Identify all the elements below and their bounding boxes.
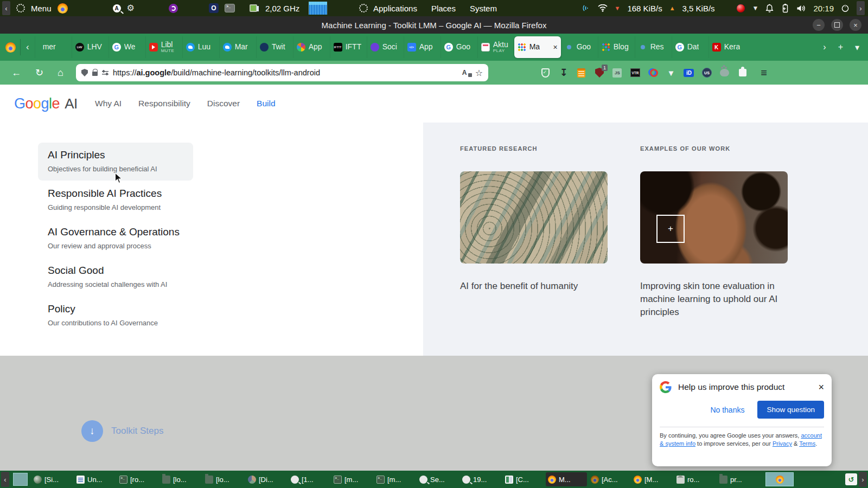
tab-close-icon[interactable]: × (553, 43, 557, 52)
taskbar-window-button[interactable]: [1... (289, 472, 330, 486)
ublock-extension-icon[interactable]: 1 (594, 67, 605, 78)
taskbar-window-button[interactable]: pr... (717, 472, 758, 486)
taskbar-window-button[interactable]: [Di... (246, 472, 287, 486)
mega-menu-item[interactable]: Social Good Addressing societal challeng… (38, 258, 193, 296)
taskbar-window-button[interactable]: M... (546, 472, 587, 486)
notes-extension-icon[interactable] (577, 68, 585, 78)
taskbar-window-button[interactable]: [m... (374, 472, 416, 486)
show-question-button[interactable]: Show question (757, 401, 824, 419)
firefox-menu-icon[interactable] (5, 42, 16, 53)
toolkit-steps[interactable]: ↓ Toolkit Steps (81, 420, 163, 442)
back-button[interactable]: ← (4, 67, 28, 79)
tab-scroll-left-icon[interactable]: ‹ (21, 42, 35, 53)
browser-tab[interactable]: Twit (256, 36, 293, 58)
browser-tab[interactable]: G Dat (672, 36, 709, 58)
volume-icon[interactable] (796, 4, 806, 12)
browser-tab[interactable]: Luu (182, 36, 219, 58)
taskbar-collapse-right-icon[interactable]: › (859, 472, 867, 487)
terms-link[interactable]: Terms (799, 440, 815, 447)
taskbar-window-button[interactable]: [lo... (203, 472, 244, 486)
browser-tab[interactable]: Ma × (514, 36, 561, 58)
taskbar-window-button[interactable]: [lo... (160, 472, 201, 486)
browser-tab[interactable]: Res (635, 36, 672, 58)
permissions-sliders-icon[interactable] (102, 70, 108, 75)
mega-menu-item[interactable]: Responsible AI Practices Guiding respons… (38, 181, 193, 219)
taskbar-window-button[interactable]: [Ac... (589, 472, 630, 486)
tor-browser-icon[interactable] (169, 4, 178, 13)
panel-collapse-right-icon[interactable]: › (857, 1, 865, 15)
close-button[interactable]: × (850, 19, 861, 31)
browser-tab[interactable]: G We (108, 36, 145, 58)
privacy-link[interactable]: Privacy (773, 440, 792, 447)
tab-media-indicator[interactable]: MUTE (161, 49, 175, 54)
site-nav-link[interactable]: Discover (207, 99, 240, 108)
google-ai-logo[interactable]: Google AI (14, 95, 78, 112)
browser-tab[interactable]: </> App (404, 36, 441, 58)
js-toggle-extension-icon[interactable]: JS (612, 68, 622, 78)
survey-close-icon[interactable]: × (818, 382, 824, 392)
applications-menu-icon[interactable] (359, 4, 368, 12)
browser-tab[interactable]: Blog (598, 36, 635, 58)
taskbar-window-button[interactable]: Un... (74, 472, 116, 486)
browser-tab[interactable]: Goo (561, 36, 598, 58)
paw-extension-icon[interactable] (720, 69, 729, 76)
power-icon[interactable] (841, 4, 850, 12)
featured-research-caption[interactable]: AI for the benefit of humanity (460, 280, 608, 293)
notifications-bell-icon[interactable] (765, 4, 774, 13)
gear-icon[interactable]: ⚙ (127, 4, 135, 12)
workspace-switcher[interactable] (13, 473, 28, 486)
wifi-icon[interactable] (598, 4, 608, 12)
id-extension-icon[interactable]: iD (684, 69, 694, 77)
triangle-extension-icon[interactable]: ▼ (666, 67, 676, 78)
o-app-icon[interactable]: O (209, 3, 219, 13)
browser-tab[interactable]: Aktu PLAY (477, 36, 514, 58)
taskbar-window-button[interactable]: [Si... (31, 472, 73, 486)
tray-triangle-icon[interactable]: ▼ (752, 4, 759, 12)
battery-icon[interactable] (781, 3, 789, 13)
applications-menu[interactable]: Applications (373, 4, 417, 13)
bookmark-star-icon[interactable]: ☆ (475, 68, 483, 78)
browser-tab[interactable]: Libl MUTE (145, 36, 182, 58)
window-titlebar[interactable]: Machine Learning - Toolkit LMM – Google … (0, 16, 868, 34)
system-monitor-graph[interactable] (309, 2, 327, 15)
workspace-preview[interactable] (765, 472, 794, 486)
new-tab-button[interactable]: + (838, 42, 843, 53)
taskbar-window-button[interactable]: [M... (631, 472, 673, 486)
us-proxy-extension-icon[interactable]: US (702, 68, 712, 78)
firefox-launcher-icon[interactable] (58, 3, 68, 14)
site-nav-link[interactable]: Why AI (95, 99, 122, 108)
browser-tab[interactable]: Soci (367, 36, 404, 58)
mega-menu-item[interactable]: Policy Our contributions to AI Governanc… (38, 297, 193, 335)
taskbar-window-button[interactable]: [ro... (117, 472, 158, 486)
browser-tab[interactable]: LHV LHV (72, 36, 108, 58)
translate-icon[interactable]: A (462, 69, 471, 76)
lock-icon[interactable] (92, 72, 98, 76)
hamburger-menu-icon[interactable]: ≡ (758, 67, 769, 78)
main-menu-icon[interactable] (16, 4, 25, 12)
tracking-protection-shield-icon[interactable] (81, 69, 88, 76)
browser-tab[interactable]: Mar (219, 36, 256, 58)
browser-tab[interactable]: G Goo (441, 36, 477, 58)
taskbar-window-button[interactable]: 19... (460, 472, 501, 486)
taskbar-collapse-left-icon[interactable]: ‹ (1, 472, 9, 487)
clock[interactable]: 20:19 (813, 4, 834, 13)
site-nav-link[interactable]: Responsibility (138, 99, 190, 108)
reload-button[interactable]: ↻ (28, 67, 50, 79)
taskbar-window-button[interactable]: [C... (503, 472, 544, 486)
browser-tab[interactable]: IFTTT IFTT (330, 36, 367, 58)
tab-media-indicator[interactable]: PLAY (493, 49, 508, 54)
search-tool-icon[interactable]: A (113, 4, 121, 12)
trash-icon[interactable]: ↺ (845, 473, 857, 485)
browser-tab[interactable]: App (293, 36, 330, 58)
featured-research-image[interactable] (460, 171, 608, 264)
tab-list-dropdown-icon[interactable]: ▾ (855, 42, 859, 53)
browser-tab[interactable]: mer (35, 36, 72, 58)
mega-menu-item[interactable]: AI Governance & Operations Our review an… (38, 220, 193, 258)
link-extension-icon[interactable] (648, 67, 659, 78)
home-button[interactable]: ⌂ (50, 67, 71, 79)
minimize-button[interactable]: − (813, 19, 825, 31)
examples-caption[interactable]: Improving skin tone evaluation in machin… (640, 280, 788, 319)
panel-collapse-left-icon[interactable]: ‹ (2, 1, 10, 15)
system-menu[interactable]: System (470, 4, 497, 13)
taskbar-window-button[interactable]: [m... (331, 472, 373, 486)
